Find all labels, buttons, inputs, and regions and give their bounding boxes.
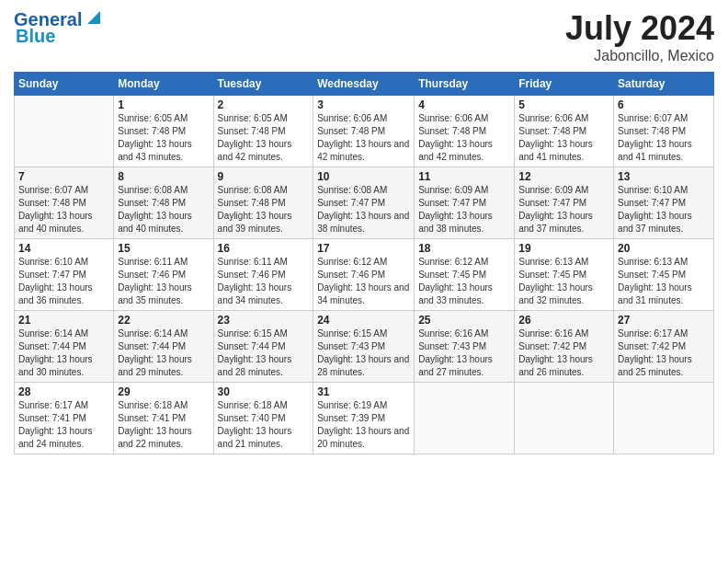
day-info: Sunrise: 6:07 AMSunset: 7:48 PMDaylight:… — [18, 184, 109, 236]
calendar-cell — [614, 383, 714, 454]
day-number: 5 — [518, 98, 609, 111]
day-number: 12 — [518, 170, 609, 183]
day-number: 22 — [118, 314, 209, 327]
day-number: 1 — [118, 98, 209, 111]
day-info: Sunrise: 6:06 AMSunset: 7:48 PMDaylight:… — [518, 112, 609, 164]
calendar-cell: 4Sunrise: 6:06 AMSunset: 7:48 PMDaylight… — [415, 96, 515, 167]
day-number: 27 — [618, 314, 710, 327]
day-info: Sunrise: 6:15 AMSunset: 7:43 PMDaylight:… — [317, 327, 410, 379]
day-number: 29 — [118, 385, 209, 398]
calendar-cell: 22Sunrise: 6:14 AMSunset: 7:44 PMDayligh… — [114, 311, 213, 383]
day-info: Sunrise: 6:06 AMSunset: 7:48 PMDaylight:… — [418, 112, 510, 164]
day-info: Sunrise: 6:14 AMSunset: 7:44 PMDaylight:… — [18, 327, 109, 379]
calendar-cell: 12Sunrise: 6:09 AMSunset: 7:47 PMDayligh… — [515, 167, 614, 239]
day-number: 18 — [418, 242, 510, 255]
calendar-cell: 11Sunrise: 6:09 AMSunset: 7:47 PMDayligh… — [415, 167, 515, 239]
day-info: Sunrise: 6:17 AMSunset: 7:41 PMDaylight:… — [18, 399, 109, 451]
day-info: Sunrise: 6:11 AMSunset: 7:46 PMDaylight:… — [218, 256, 310, 307]
day-info: Sunrise: 6:05 AMSunset: 7:48 PMDaylight:… — [118, 112, 209, 164]
day-info: Sunrise: 6:18 AMSunset: 7:40 PMDaylight:… — [218, 399, 310, 451]
day-info: Sunrise: 6:15 AMSunset: 7:44 PMDaylight:… — [218, 327, 310, 379]
calendar-week-3: 14Sunrise: 6:10 AMSunset: 7:47 PMDayligh… — [15, 239, 714, 311]
day-info: Sunrise: 6:13 AMSunset: 7:45 PMDaylight:… — [518, 256, 609, 307]
calendar-page: General Blue July 2024 Jaboncillo, Mexic… — [0, 0, 728, 563]
day-info: Sunrise: 6:07 AMSunset: 7:48 PMDaylight:… — [618, 112, 710, 164]
calendar-cell: 25Sunrise: 6:16 AMSunset: 7:43 PMDayligh… — [415, 311, 515, 383]
calendar-cell: 30Sunrise: 6:18 AMSunset: 7:40 PMDayligh… — [213, 383, 313, 454]
day-info: Sunrise: 6:18 AMSunset: 7:41 PMDaylight:… — [118, 399, 209, 451]
day-number: 6 — [618, 98, 710, 111]
calendar-cell: 7Sunrise: 6:07 AMSunset: 7:48 PMDaylight… — [15, 167, 114, 239]
calendar-cell: 5Sunrise: 6:06 AMSunset: 7:48 PMDaylight… — [515, 96, 614, 167]
day-info: Sunrise: 6:05 AMSunset: 7:48 PMDaylight:… — [218, 112, 310, 164]
logo-blue-text: Blue — [16, 26, 55, 47]
month-title: July 2024 — [565, 9, 714, 48]
day-info: Sunrise: 6:12 AMSunset: 7:46 PMDaylight:… — [317, 256, 410, 307]
calendar-body: 1Sunrise: 6:05 AMSunset: 7:48 PMDaylight… — [15, 96, 714, 454]
weekday-header-thursday: Thursday — [415, 73, 515, 96]
calendar-cell: 23Sunrise: 6:15 AMSunset: 7:44 PMDayligh… — [213, 311, 313, 383]
day-info: Sunrise: 6:14 AMSunset: 7:44 PMDaylight:… — [118, 327, 209, 379]
weekday-header-friday: Friday — [515, 73, 614, 96]
day-number: 4 — [418, 98, 510, 111]
weekday-header-saturday: Saturday — [614, 73, 714, 96]
calendar-cell: 16Sunrise: 6:11 AMSunset: 7:46 PMDayligh… — [213, 239, 313, 311]
day-number: 25 — [418, 314, 510, 327]
calendar-cell: 13Sunrise: 6:10 AMSunset: 7:47 PMDayligh… — [614, 167, 714, 239]
calendar-week-2: 7Sunrise: 6:07 AMSunset: 7:48 PMDaylight… — [15, 167, 714, 239]
day-number: 11 — [418, 170, 510, 183]
day-number: 30 — [218, 385, 310, 398]
page-header: General Blue July 2024 Jaboncillo, Mexic… — [14, 9, 714, 64]
day-number: 31 — [317, 385, 410, 398]
day-number: 19 — [518, 242, 609, 255]
day-number: 3 — [317, 98, 410, 111]
calendar-cell — [415, 383, 515, 454]
day-number: 21 — [18, 314, 109, 327]
calendar-cell: 27Sunrise: 6:17 AMSunset: 7:42 PMDayligh… — [614, 311, 714, 383]
day-info: Sunrise: 6:09 AMSunset: 7:47 PMDaylight:… — [418, 184, 510, 236]
weekday-header-monday: Monday — [114, 73, 213, 96]
day-info: Sunrise: 6:19 AMSunset: 7:39 PMDaylight:… — [317, 399, 410, 451]
day-info: Sunrise: 6:12 AMSunset: 7:45 PMDaylight:… — [418, 256, 510, 307]
day-number: 23 — [218, 314, 310, 327]
day-number: 7 — [18, 170, 109, 183]
svg-marker-0 — [87, 11, 100, 24]
calendar-cell: 10Sunrise: 6:08 AMSunset: 7:47 PMDayligh… — [313, 167, 415, 239]
calendar-table: SundayMondayTuesdayWednesdayThursdayFrid… — [14, 72, 714, 454]
day-number: 9 — [218, 170, 310, 183]
day-number: 24 — [317, 314, 410, 327]
day-number: 14 — [18, 242, 109, 255]
weekday-row: SundayMondayTuesdayWednesdayThursdayFrid… — [15, 73, 714, 96]
day-number: 17 — [317, 242, 410, 255]
day-number: 26 — [518, 314, 609, 327]
day-info: Sunrise: 6:08 AMSunset: 7:48 PMDaylight:… — [218, 184, 310, 236]
day-number: 20 — [618, 242, 710, 255]
weekday-header-sunday: Sunday — [15, 73, 114, 96]
calendar-cell: 18Sunrise: 6:12 AMSunset: 7:45 PMDayligh… — [415, 239, 515, 311]
day-info: Sunrise: 6:08 AMSunset: 7:48 PMDaylight:… — [118, 184, 209, 236]
calendar-cell: 6Sunrise: 6:07 AMSunset: 7:48 PMDaylight… — [614, 96, 714, 167]
day-info: Sunrise: 6:08 AMSunset: 7:47 PMDaylight:… — [317, 184, 410, 236]
calendar-cell: 28Sunrise: 6:17 AMSunset: 7:41 PMDayligh… — [15, 383, 114, 454]
calendar-cell: 3Sunrise: 6:06 AMSunset: 7:48 PMDaylight… — [313, 96, 415, 167]
calendar-cell: 31Sunrise: 6:19 AMSunset: 7:39 PMDayligh… — [313, 383, 415, 454]
day-number: 16 — [218, 242, 310, 255]
calendar-cell: 15Sunrise: 6:11 AMSunset: 7:46 PMDayligh… — [114, 239, 213, 311]
calendar-cell — [15, 96, 114, 167]
day-number: 28 — [18, 385, 109, 398]
day-info: Sunrise: 6:16 AMSunset: 7:42 PMDaylight:… — [518, 327, 609, 379]
day-info: Sunrise: 6:16 AMSunset: 7:43 PMDaylight:… — [418, 327, 510, 379]
calendar-cell: 29Sunrise: 6:18 AMSunset: 7:41 PMDayligh… — [114, 383, 213, 454]
day-info: Sunrise: 6:11 AMSunset: 7:46 PMDaylight:… — [118, 256, 209, 307]
day-info: Sunrise: 6:13 AMSunset: 7:45 PMDaylight:… — [618, 256, 710, 307]
calendar-cell — [515, 383, 614, 454]
day-info: Sunrise: 6:06 AMSunset: 7:48 PMDaylight:… — [317, 112, 410, 164]
calendar-cell: 9Sunrise: 6:08 AMSunset: 7:48 PMDaylight… — [213, 167, 313, 239]
day-info: Sunrise: 6:10 AMSunset: 7:47 PMDaylight:… — [18, 256, 109, 307]
calendar-cell: 19Sunrise: 6:13 AMSunset: 7:45 PMDayligh… — [515, 239, 614, 311]
day-number: 8 — [118, 170, 209, 183]
day-number: 13 — [618, 170, 710, 183]
calendar-week-5: 28Sunrise: 6:17 AMSunset: 7:41 PMDayligh… — [15, 383, 714, 454]
calendar-cell: 2Sunrise: 6:05 AMSunset: 7:48 PMDaylight… — [213, 96, 313, 167]
logo: General Blue — [14, 9, 100, 47]
